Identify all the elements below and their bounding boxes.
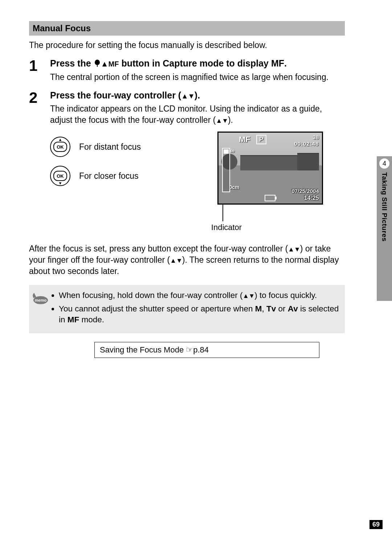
- lcd-preview: MF P 38 00:02:48 ∞ 0cm 07/25/2004 14:25: [217, 132, 323, 205]
- closer-focus-row: OK ▼ For closer focus: [50, 166, 195, 186]
- step-2: 2 Press the four-way controller (). The …: [29, 89, 345, 233]
- arrow-down-icon: ▼: [58, 181, 62, 185]
- lcd-clock: 14:25: [304, 195, 319, 201]
- battery-icon: [265, 195, 275, 201]
- section-header: Manual Focus: [29, 21, 345, 36]
- svg-text:memo: memo: [35, 298, 47, 302]
- step-1-number: 1: [29, 57, 50, 83]
- reference-box: Saving the Focus Mode ☞p.84: [94, 342, 319, 358]
- macro-icon: [94, 59, 101, 67]
- ok-button-down: OK ▼: [50, 166, 70, 186]
- up-down-icon: [243, 291, 255, 300]
- chapter-title: Taking Still Pictures: [380, 172, 388, 242]
- memo-icon: memo: [31, 290, 51, 327]
- mountain-icon: [101, 58, 109, 68]
- indicator-leader-line: [222, 204, 223, 221]
- chapter-tab: 4 Taking Still Pictures: [377, 156, 392, 301]
- closer-label: For closer focus: [79, 171, 139, 181]
- step-1-title: Press the MF button in Capture mode to d…: [50, 57, 345, 69]
- arrow-up-icon: ▲: [58, 137, 62, 142]
- up-down-icon: [170, 255, 182, 265]
- lcd-infinity-label: ∞: [230, 147, 235, 155]
- memo-block: memo When focusing, hold down the four-w…: [29, 285, 345, 333]
- reference-icon: ☞: [186, 345, 193, 354]
- indicator-label: Indicator: [211, 223, 242, 232]
- step-2-body: The indicator appears on the LCD monitor…: [50, 103, 345, 126]
- step-1-body: The central portion of the screen is mag…: [50, 72, 345, 83]
- lcd-mode-p: P: [256, 135, 266, 144]
- after-focus-text: After the focus is set, press any button…: [29, 243, 345, 277]
- lcd-date: 07/25/2004: [291, 188, 319, 194]
- step-2-number: 2: [29, 89, 50, 233]
- step-2-title: Press the four-way controller ().: [50, 89, 345, 101]
- ok-button-up: ▲ OK: [50, 137, 70, 157]
- chapter-number: 4: [379, 158, 389, 169]
- lcd-focus-indicator: [222, 148, 230, 192]
- distant-focus-row: ▲ OK For distant focus: [50, 137, 195, 157]
- lcd-shots-remaining: 38: [313, 134, 319, 140]
- lcd-mf-label: MF: [239, 135, 250, 144]
- step-1: 1 Press the MF button in Capture mode to…: [29, 57, 345, 83]
- up-down-icon: [216, 115, 228, 125]
- distant-label: For distant focus: [79, 142, 141, 152]
- lcd-rec-time: 00:02:48: [294, 141, 319, 147]
- up-down-icon: [288, 244, 300, 253]
- memo-item-1: When focusing, hold down the four-way co…: [59, 290, 339, 301]
- lcd-zero-label: 0cm: [229, 184, 240, 190]
- memo-item-2: You cannot adjust the shutter speed or a…: [59, 303, 339, 326]
- page-number: 69: [369, 520, 383, 529]
- intro-text: The procedure for setting the focus manu…: [29, 40, 345, 51]
- up-down-icon: [181, 90, 195, 100]
